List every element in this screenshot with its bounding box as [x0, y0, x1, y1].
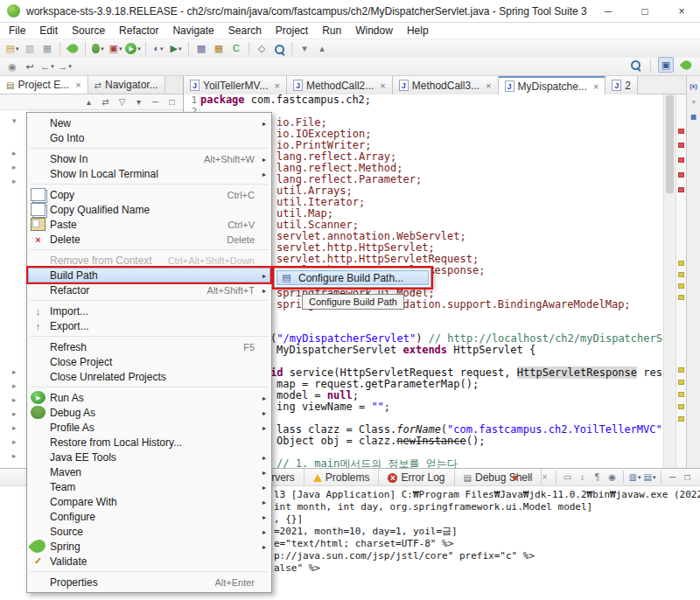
- tree-expand-icon[interactable]: ▸: [12, 163, 17, 171]
- menu-item-go-into[interactable]: Go Into: [28, 130, 270, 145]
- remove-all-launches-icon[interactable]: ×: [538, 471, 551, 484]
- tab-2[interactable]: 2: [606, 76, 638, 94]
- link-with-editor-icon[interactable]: ⇄: [99, 95, 112, 108]
- tab-problems[interactable]: Problems: [304, 469, 380, 486]
- menu-item-refactor[interactable]: RefactorAlt+Shift+T▸: [28, 283, 270, 297]
- menu-item-show-in[interactable]: Show InAlt+Shift+W▸: [28, 151, 270, 166]
- forward-icon[interactable]: →▾: [57, 59, 73, 74]
- close-tab-icon[interactable]: ×: [274, 80, 279, 91]
- print-icon[interactable]: ▦: [39, 41, 55, 57]
- variables-icon[interactable]: (x): [687, 80, 700, 92]
- task-list-icon[interactable]: ▤: [687, 111, 700, 123]
- tab-methodcall3[interactable]: MethodCall3...×: [393, 76, 499, 94]
- close-button[interactable]: ×: [663, 0, 700, 22]
- menu-item-import[interactable]: ↓Import...: [28, 303, 270, 318]
- error-marker[interactable]: [678, 143, 684, 148]
- overview-ruler[interactable]: [676, 94, 686, 468]
- scroll-lock-icon[interactable]: ↕: [576, 471, 589, 484]
- scrollbar-thumb[interactable]: [666, 95, 674, 193]
- menu-item-validate[interactable]: ✓Validate: [28, 554, 270, 569]
- new-class-icon[interactable]: C: [228, 41, 244, 57]
- search-icon[interactable]: [627, 57, 643, 73]
- menu-item-restore-from-local-history[interactable]: Restore from Local History...: [28, 435, 270, 450]
- menu-item-new[interactable]: New▸: [28, 115, 270, 130]
- close-tab-icon[interactable]: ×: [593, 81, 598, 92]
- tab-mydispatche[interactable]: MyDispatche...×: [499, 76, 606, 94]
- new-wizard-icon[interactable]: ▤▾: [4, 41, 20, 57]
- outline-icon[interactable]: ≡: [687, 95, 700, 108]
- menu-refactor[interactable]: Refactor: [112, 23, 165, 38]
- back-icon[interactable]: ←▾: [39, 59, 55, 74]
- menu-item-configure[interactable]: Configure▸: [28, 509, 270, 524]
- menu-item-team[interactable]: Team▸: [28, 479, 270, 494]
- last-edit-location-icon[interactable]: ↩: [22, 59, 38, 74]
- close-tab-icon[interactable]: ×: [380, 80, 385, 91]
- tab-navigator[interactable]: ⇄Navigator...: [88, 76, 165, 94]
- profile-icon[interactable]: ◐▾: [150, 41, 166, 57]
- menu-window[interactable]: Window: [348, 23, 400, 38]
- menu-item-maven[interactable]: Maven▸: [28, 464, 270, 479]
- menu-item-spring[interactable]: Spring▸: [28, 539, 270, 554]
- error-marker[interactable]: [678, 187, 684, 192]
- menu-item-run-as[interactable]: Run As▸: [28, 390, 270, 405]
- menu-source[interactable]: Source: [65, 23, 112, 38]
- tab-methodcall2[interactable]: MethodCall2...×: [287, 76, 393, 94]
- menu-search[interactable]: Search: [221, 23, 269, 38]
- warning-marker[interactable]: [678, 283, 684, 289]
- menu-project[interactable]: Project: [269, 23, 315, 38]
- open-console-icon[interactable]: ▤▾: [643, 471, 656, 484]
- tree-expand-icon[interactable]: ▸: [12, 177, 17, 185]
- save-icon[interactable]: ▥: [22, 41, 38, 57]
- coverage-icon[interactable]: ▣▾: [108, 41, 123, 57]
- filter-icon[interactable]: ▽: [116, 95, 129, 108]
- spring-perspective-icon[interactable]: [678, 57, 694, 73]
- tree-expand-icon[interactable]: ▸: [12, 437, 17, 446]
- close-tab-icon[interactable]: ×: [75, 80, 80, 90]
- menu-navigate[interactable]: Navigate: [165, 23, 220, 38]
- menu-item-refresh[interactable]: RefreshF5: [28, 339, 270, 354]
- warning-marker[interactable]: [678, 272, 684, 277]
- warning-marker[interactable]: [678, 380, 684, 385]
- menu-help[interactable]: Help: [400, 23, 436, 38]
- run-icon[interactable]: ▾: [125, 41, 141, 57]
- maximize-panel-icon[interactable]: □: [681, 471, 694, 484]
- menu-item-export[interactable]: ↑Export...: [28, 318, 270, 333]
- remove-launch-icon[interactable]: ×: [523, 471, 536, 484]
- tree-expand-icon[interactable]: ▸: [12, 381, 17, 390]
- maximize-view-icon[interactable]: □: [165, 95, 178, 108]
- close-tab-icon[interactable]: ×: [486, 80, 491, 91]
- menu-item-compare-with[interactable]: Compare With▸: [28, 494, 270, 509]
- tab-yoiltellermv[interactable]: YoilTellerMV...×: [184, 76, 287, 94]
- new-java-project-icon[interactable]: ▩: [193, 41, 209, 57]
- error-marker[interactable]: [678, 157, 684, 163]
- tree-expand-icon[interactable]: ▾: [12, 116, 17, 125]
- menu-item-build-path[interactable]: Build Path▸: [28, 268, 270, 283]
- word-wrap-icon[interactable]: ¶: [591, 471, 604, 484]
- tab-project-e[interactable]: ▤Project E...×: [0, 76, 88, 94]
- tree-expand-icon[interactable]: ▸: [12, 423, 17, 432]
- warning-marker[interactable]: [678, 261, 684, 266]
- menu-item-profile-as[interactable]: Profile As▸: [28, 420, 270, 435]
- minimize-button[interactable]: ─: [590, 0, 626, 22]
- warning-marker[interactable]: [678, 416, 684, 422]
- menu-item-close-unrelated-projects[interactable]: Close Unrelated Projects: [28, 369, 270, 384]
- error-marker[interactable]: [678, 172, 684, 178]
- menu-run[interactable]: Run: [315, 23, 348, 38]
- error-marker[interactable]: [678, 129, 684, 134]
- menu-item-show-in-local-terminal[interactable]: Show In Local Terminal▸: [28, 166, 270, 181]
- new-spring-project-icon[interactable]: [65, 41, 80, 57]
- menu-item-debug-as[interactable]: Debug As▸: [28, 405, 270, 420]
- menu-item-properties[interactable]: PropertiesAlt+Enter: [28, 575, 270, 590]
- pin-console-icon[interactable]: ◉: [606, 471, 619, 484]
- warning-marker[interactable]: [678, 392, 684, 397]
- tree-expand-icon[interactable]: ▸: [12, 367, 17, 376]
- pin-editor-icon[interactable]: ◉: [4, 59, 20, 74]
- warning-marker[interactable]: [678, 295, 684, 300]
- tab-error-log[interactable]: ×Error Log: [379, 469, 454, 486]
- terminate-icon[interactable]: ■: [508, 471, 522, 484]
- display-selected-console-icon[interactable]: ▥▾: [628, 471, 641, 484]
- editor-scrollbar[interactable]: [663, 94, 676, 468]
- menu-file[interactable]: File: [2, 23, 32, 38]
- new-package-icon[interactable]: ▦: [211, 41, 227, 57]
- clear-console-icon[interactable]: ▭: [561, 471, 574, 484]
